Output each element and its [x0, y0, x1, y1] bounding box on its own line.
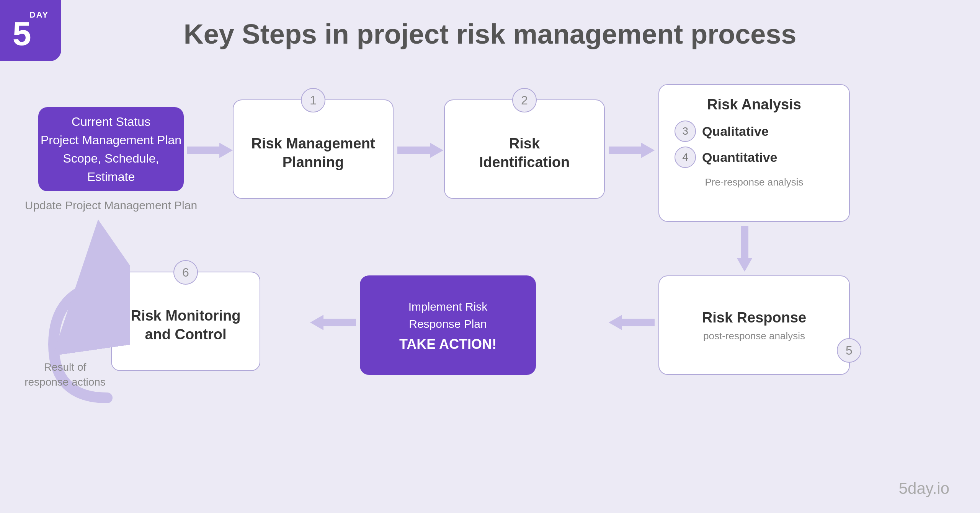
step1-box: 1 Risk ManagementPlanning [233, 99, 394, 199]
risk-analysis-item-3: 3 Qualitative [675, 121, 769, 142]
svg-marker-2 [609, 143, 655, 158]
step1-title: Risk ManagementPlanning [251, 134, 375, 172]
step4-num: 4 [675, 147, 696, 168]
watermark: 5day.io [899, 479, 949, 498]
current-status-text: Current Status Project Management Plan S… [38, 112, 184, 186]
risk-analysis-title: Risk Analysis [707, 96, 801, 113]
step6-num: 6 [173, 260, 198, 285]
step5-num: 5 [837, 338, 861, 363]
qualitative-label: Qualitative [702, 124, 769, 139]
svg-marker-0 [187, 143, 233, 158]
current-status-box: Current Status Project Management Plan S… [38, 107, 184, 191]
arrow-step2-to-analysis [609, 141, 655, 160]
step6-title: Risk Monitoringand Control [131, 306, 240, 344]
svg-marker-1 [397, 143, 443, 158]
step2-num: 2 [512, 88, 537, 112]
take-action-label: TAKE ACTION! [399, 336, 497, 352]
svg-marker-3 [737, 226, 752, 272]
result-label: Result ofresponse actions [11, 360, 119, 389]
step2-box: 2 RiskIdentification [444, 99, 605, 199]
step5-box: Risk Response post-response analysis 5 [658, 275, 850, 375]
step5-title: Risk Response [702, 308, 806, 327]
arrow-step1-to-step2 [397, 141, 443, 160]
step5-sub: post-response analysis [703, 330, 805, 342]
update-label: Update Project Management Plan [23, 197, 199, 213]
arrow-implement-to-step6 [260, 313, 356, 332]
risk-analysis-box: Risk Analysis 3 Qualitative 4 Quantitati… [658, 84, 850, 222]
arrow-analysis-to-response [735, 226, 754, 272]
step1-num: 1 [301, 88, 325, 112]
svg-marker-4 [609, 315, 655, 330]
arrow-response-to-implement [555, 313, 655, 332]
arrow-current-to-step1 [187, 141, 233, 160]
step6-box: 6 Risk Monitoringand Control [111, 272, 260, 371]
svg-marker-5 [310, 315, 356, 330]
step3-num: 3 [675, 121, 696, 142]
page-title: Key Steps in project risk management pro… [0, 18, 980, 50]
implement-box: Implement RiskResponse Plan TAKE ACTION! [360, 275, 536, 375]
step2-title: RiskIdentification [479, 134, 570, 172]
pre-response-label: Pre-response analysis [705, 176, 803, 188]
quantitative-label: Quantitative [702, 150, 777, 165]
risk-analysis-item-4: 4 Quantitative [675, 147, 777, 168]
implement-text: Implement RiskResponse Plan [408, 298, 488, 332]
logo-day: DAY [29, 11, 49, 19]
